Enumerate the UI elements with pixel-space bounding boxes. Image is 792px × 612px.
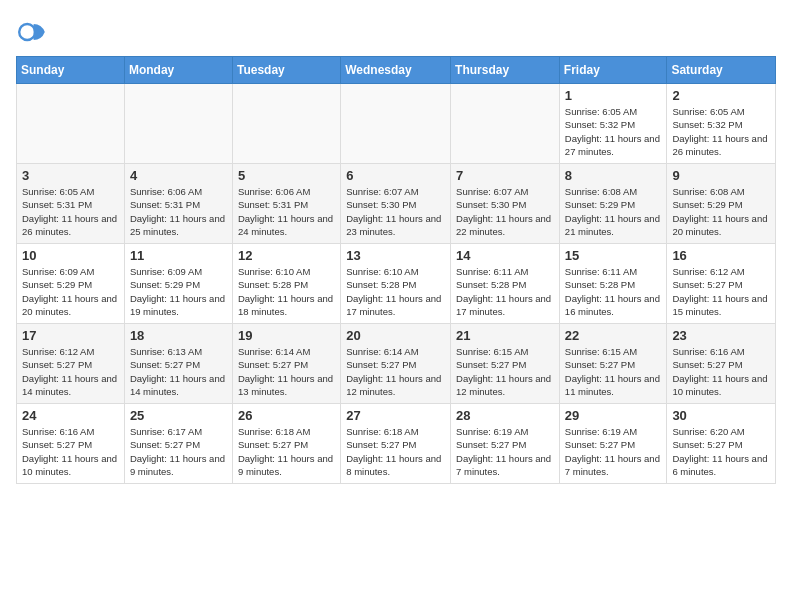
day-number: 4 bbox=[130, 168, 227, 183]
day-info: Sunrise: 6:14 AM Sunset: 5:27 PM Dayligh… bbox=[238, 345, 335, 398]
day-info: Sunrise: 6:19 AM Sunset: 5:27 PM Dayligh… bbox=[456, 425, 554, 478]
calendar-cell bbox=[124, 84, 232, 164]
weekday-header-sunday: Sunday bbox=[17, 57, 125, 84]
day-info: Sunrise: 6:05 AM Sunset: 5:32 PM Dayligh… bbox=[565, 105, 662, 158]
day-number: 6 bbox=[346, 168, 445, 183]
day-info: Sunrise: 6:05 AM Sunset: 5:31 PM Dayligh… bbox=[22, 185, 119, 238]
day-number: 17 bbox=[22, 328, 119, 343]
day-number: 22 bbox=[565, 328, 662, 343]
calendar-cell: 3Sunrise: 6:05 AM Sunset: 5:31 PM Daylig… bbox=[17, 164, 125, 244]
day-number: 8 bbox=[565, 168, 662, 183]
calendar-cell bbox=[17, 84, 125, 164]
day-info: Sunrise: 6:17 AM Sunset: 5:27 PM Dayligh… bbox=[130, 425, 227, 478]
day-number: 21 bbox=[456, 328, 554, 343]
day-number: 3 bbox=[22, 168, 119, 183]
day-number: 19 bbox=[238, 328, 335, 343]
day-number: 28 bbox=[456, 408, 554, 423]
calendar-cell: 28Sunrise: 6:19 AM Sunset: 5:27 PM Dayli… bbox=[451, 404, 560, 484]
day-number: 29 bbox=[565, 408, 662, 423]
day-number: 2 bbox=[672, 88, 770, 103]
day-info: Sunrise: 6:12 AM Sunset: 5:27 PM Dayligh… bbox=[672, 265, 770, 318]
logo bbox=[16, 16, 52, 48]
day-number: 24 bbox=[22, 408, 119, 423]
calendar-cell: 30Sunrise: 6:20 AM Sunset: 5:27 PM Dayli… bbox=[667, 404, 776, 484]
calendar-week-row: 10Sunrise: 6:09 AM Sunset: 5:29 PM Dayli… bbox=[17, 244, 776, 324]
page-header bbox=[16, 16, 776, 48]
calendar-cell: 11Sunrise: 6:09 AM Sunset: 5:29 PM Dayli… bbox=[124, 244, 232, 324]
day-info: Sunrise: 6:18 AM Sunset: 5:27 PM Dayligh… bbox=[238, 425, 335, 478]
day-info: Sunrise: 6:10 AM Sunset: 5:28 PM Dayligh… bbox=[346, 265, 445, 318]
day-info: Sunrise: 6:08 AM Sunset: 5:29 PM Dayligh… bbox=[565, 185, 662, 238]
calendar-cell: 9Sunrise: 6:08 AM Sunset: 5:29 PM Daylig… bbox=[667, 164, 776, 244]
calendar-cell: 5Sunrise: 6:06 AM Sunset: 5:31 PM Daylig… bbox=[232, 164, 340, 244]
weekday-header-monday: Monday bbox=[124, 57, 232, 84]
weekday-header-tuesday: Tuesday bbox=[232, 57, 340, 84]
day-info: Sunrise: 6:10 AM Sunset: 5:28 PM Dayligh… bbox=[238, 265, 335, 318]
calendar-cell: 24Sunrise: 6:16 AM Sunset: 5:27 PM Dayli… bbox=[17, 404, 125, 484]
day-number: 10 bbox=[22, 248, 119, 263]
calendar-cell: 15Sunrise: 6:11 AM Sunset: 5:28 PM Dayli… bbox=[559, 244, 667, 324]
day-info: Sunrise: 6:15 AM Sunset: 5:27 PM Dayligh… bbox=[456, 345, 554, 398]
day-number: 1 bbox=[565, 88, 662, 103]
calendar-cell: 1Sunrise: 6:05 AM Sunset: 5:32 PM Daylig… bbox=[559, 84, 667, 164]
calendar-cell: 8Sunrise: 6:08 AM Sunset: 5:29 PM Daylig… bbox=[559, 164, 667, 244]
day-number: 12 bbox=[238, 248, 335, 263]
day-number: 23 bbox=[672, 328, 770, 343]
calendar-week-row: 24Sunrise: 6:16 AM Sunset: 5:27 PM Dayli… bbox=[17, 404, 776, 484]
svg-point-0 bbox=[19, 24, 35, 40]
day-info: Sunrise: 6:16 AM Sunset: 5:27 PM Dayligh… bbox=[22, 425, 119, 478]
day-info: Sunrise: 6:11 AM Sunset: 5:28 PM Dayligh… bbox=[456, 265, 554, 318]
calendar-cell: 16Sunrise: 6:12 AM Sunset: 5:27 PM Dayli… bbox=[667, 244, 776, 324]
day-info: Sunrise: 6:13 AM Sunset: 5:27 PM Dayligh… bbox=[130, 345, 227, 398]
day-number: 26 bbox=[238, 408, 335, 423]
calendar-cell bbox=[232, 84, 340, 164]
day-info: Sunrise: 6:15 AM Sunset: 5:27 PM Dayligh… bbox=[565, 345, 662, 398]
calendar-cell bbox=[341, 84, 451, 164]
calendar-cell: 21Sunrise: 6:15 AM Sunset: 5:27 PM Dayli… bbox=[451, 324, 560, 404]
day-number: 9 bbox=[672, 168, 770, 183]
calendar-cell: 7Sunrise: 6:07 AM Sunset: 5:30 PM Daylig… bbox=[451, 164, 560, 244]
day-info: Sunrise: 6:07 AM Sunset: 5:30 PM Dayligh… bbox=[456, 185, 554, 238]
day-info: Sunrise: 6:16 AM Sunset: 5:27 PM Dayligh… bbox=[672, 345, 770, 398]
calendar-cell: 20Sunrise: 6:14 AM Sunset: 5:27 PM Dayli… bbox=[341, 324, 451, 404]
calendar-cell: 17Sunrise: 6:12 AM Sunset: 5:27 PM Dayli… bbox=[17, 324, 125, 404]
calendar-week-row: 3Sunrise: 6:05 AM Sunset: 5:31 PM Daylig… bbox=[17, 164, 776, 244]
calendar-cell: 6Sunrise: 6:07 AM Sunset: 5:30 PM Daylig… bbox=[341, 164, 451, 244]
day-number: 11 bbox=[130, 248, 227, 263]
day-number: 14 bbox=[456, 248, 554, 263]
calendar-cell: 22Sunrise: 6:15 AM Sunset: 5:27 PM Dayli… bbox=[559, 324, 667, 404]
day-info: Sunrise: 6:06 AM Sunset: 5:31 PM Dayligh… bbox=[238, 185, 335, 238]
day-info: Sunrise: 6:19 AM Sunset: 5:27 PM Dayligh… bbox=[565, 425, 662, 478]
day-info: Sunrise: 6:12 AM Sunset: 5:27 PM Dayligh… bbox=[22, 345, 119, 398]
day-info: Sunrise: 6:20 AM Sunset: 5:27 PM Dayligh… bbox=[672, 425, 770, 478]
day-info: Sunrise: 6:07 AM Sunset: 5:30 PM Dayligh… bbox=[346, 185, 445, 238]
day-info: Sunrise: 6:14 AM Sunset: 5:27 PM Dayligh… bbox=[346, 345, 445, 398]
logo-icon bbox=[16, 16, 48, 48]
calendar-week-row: 1Sunrise: 6:05 AM Sunset: 5:32 PM Daylig… bbox=[17, 84, 776, 164]
day-number: 20 bbox=[346, 328, 445, 343]
weekday-header-saturday: Saturday bbox=[667, 57, 776, 84]
calendar-cell: 18Sunrise: 6:13 AM Sunset: 5:27 PM Dayli… bbox=[124, 324, 232, 404]
day-number: 15 bbox=[565, 248, 662, 263]
calendar-cell: 26Sunrise: 6:18 AM Sunset: 5:27 PM Dayli… bbox=[232, 404, 340, 484]
calendar-cell: 19Sunrise: 6:14 AM Sunset: 5:27 PM Dayli… bbox=[232, 324, 340, 404]
day-info: Sunrise: 6:08 AM Sunset: 5:29 PM Dayligh… bbox=[672, 185, 770, 238]
calendar-cell: 13Sunrise: 6:10 AM Sunset: 5:28 PM Dayli… bbox=[341, 244, 451, 324]
day-info: Sunrise: 6:05 AM Sunset: 5:32 PM Dayligh… bbox=[672, 105, 770, 158]
calendar-cell: 25Sunrise: 6:17 AM Sunset: 5:27 PM Dayli… bbox=[124, 404, 232, 484]
calendar-week-row: 17Sunrise: 6:12 AM Sunset: 5:27 PM Dayli… bbox=[17, 324, 776, 404]
calendar-cell: 23Sunrise: 6:16 AM Sunset: 5:27 PM Dayli… bbox=[667, 324, 776, 404]
day-number: 18 bbox=[130, 328, 227, 343]
calendar-cell: 14Sunrise: 6:11 AM Sunset: 5:28 PM Dayli… bbox=[451, 244, 560, 324]
weekday-header-thursday: Thursday bbox=[451, 57, 560, 84]
calendar-cell: 12Sunrise: 6:10 AM Sunset: 5:28 PM Dayli… bbox=[232, 244, 340, 324]
day-number: 16 bbox=[672, 248, 770, 263]
calendar-cell bbox=[451, 84, 560, 164]
day-number: 25 bbox=[130, 408, 227, 423]
weekday-header-row: SundayMondayTuesdayWednesdayThursdayFrid… bbox=[17, 57, 776, 84]
calendar-cell: 2Sunrise: 6:05 AM Sunset: 5:32 PM Daylig… bbox=[667, 84, 776, 164]
weekday-header-friday: Friday bbox=[559, 57, 667, 84]
calendar-table: SundayMondayTuesdayWednesdayThursdayFrid… bbox=[16, 56, 776, 484]
calendar-cell: 10Sunrise: 6:09 AM Sunset: 5:29 PM Dayli… bbox=[17, 244, 125, 324]
weekday-header-wednesday: Wednesday bbox=[341, 57, 451, 84]
